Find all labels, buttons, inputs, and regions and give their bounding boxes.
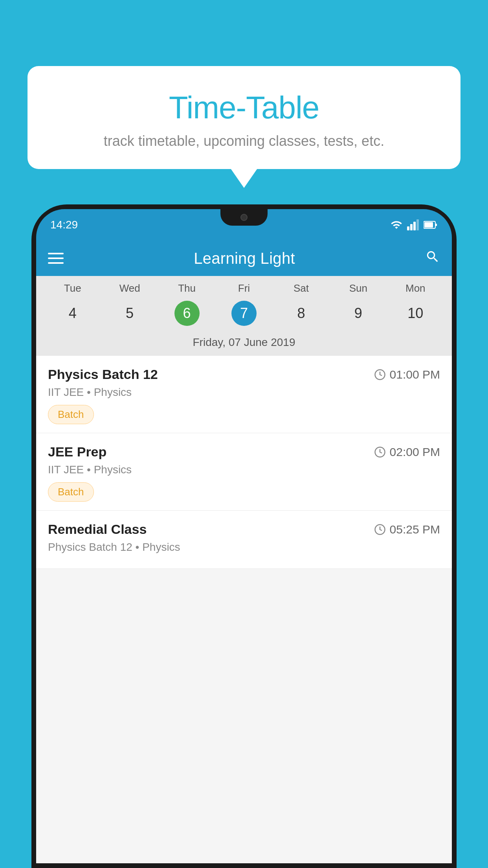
tooltip-subtitle: track timetable, upcoming classes, tests…	[47, 133, 441, 149]
status-time: 14:29	[50, 219, 78, 231]
date-4[interactable]: 4	[44, 301, 101, 326]
tooltip-card: Time-Table track timetable, upcoming cla…	[28, 66, 460, 169]
day-fri: Fri	[215, 282, 272, 294]
wifi-icon	[391, 219, 402, 231]
day-wed: Wed	[101, 282, 158, 294]
class-subject-2: IIT JEE • Physics	[48, 463, 440, 476]
calendar-strip: Tue Wed Thu Fri Sat Sun Mon 4 5 6 7	[36, 276, 452, 356]
class-time-3: 05:25 PM	[374, 523, 440, 536]
class-time-value-1: 01:00 PM	[390, 368, 440, 381]
app-title: Learning Light	[194, 250, 295, 267]
day-sat: Sat	[273, 282, 330, 294]
status-icons	[391, 219, 438, 231]
signal-icon	[407, 219, 419, 230]
date-7-selected[interactable]: 7	[215, 301, 272, 326]
svg-rect-0	[407, 226, 409, 230]
class-list: Physics Batch 12 01:00 PM IIT JEE • Phys…	[36, 356, 452, 569]
class-item-1-header: Physics Batch 12 01:00 PM	[48, 367, 440, 382]
days-row: Tue Wed Thu Fri Sat Sun Mon	[44, 276, 444, 298]
class-subject-1: IIT JEE • Physics	[48, 386, 440, 399]
class-item-physics-batch-12[interactable]: Physics Batch 12 01:00 PM IIT JEE • Phys…	[36, 356, 452, 433]
svg-rect-2	[413, 222, 416, 230]
date-5[interactable]: 5	[101, 301, 158, 326]
class-subject-3: Physics Batch 12 • Physics	[48, 541, 440, 554]
day-thu: Thu	[158, 282, 215, 294]
date-8[interactable]: 8	[273, 301, 330, 326]
phone-frame: 14:29	[31, 204, 457, 868]
date-10[interactable]: 10	[387, 301, 444, 326]
class-time-1: 01:00 PM	[374, 368, 440, 381]
class-item-remedial[interactable]: Remedial Class 05:25 PM Physics Batch 12…	[36, 511, 452, 569]
search-button[interactable]	[425, 249, 440, 268]
svg-rect-3	[416, 219, 419, 230]
class-item-jee-prep[interactable]: JEE Prep 02:00 PM IIT JEE • Physics Batc…	[36, 433, 452, 511]
camera-notch	[240, 214, 248, 221]
dates-row: 4 5 6 7 8 9 10	[44, 298, 444, 332]
selected-date-label: Friday, 07 June 2019	[44, 332, 444, 356]
day-sun: Sun	[330, 282, 387, 294]
battery-icon	[424, 220, 438, 230]
tooltip-title: Time-Table	[47, 90, 441, 126]
hamburger-menu-button[interactable]	[48, 253, 64, 264]
day-mon: Mon	[387, 282, 444, 294]
class-time-2: 02:00 PM	[374, 445, 440, 459]
date-6-today[interactable]: 6	[158, 301, 215, 326]
batch-badge-2: Batch	[48, 482, 94, 502]
class-name-2: JEE Prep	[48, 444, 106, 460]
class-time-value-3: 05:25 PM	[390, 523, 440, 536]
batch-badge-1: Batch	[48, 405, 94, 424]
clock-icon-1	[374, 369, 386, 381]
svg-rect-6	[435, 224, 437, 226]
app-screen: Learning Light Tue Wed Thu Fri Sat Sun M…	[36, 241, 452, 863]
clock-icon-3	[374, 524, 386, 535]
phone-notch	[220, 209, 268, 226]
svg-rect-1	[410, 224, 413, 230]
day-tue: Tue	[44, 282, 101, 294]
status-bar: 14:29	[36, 209, 452, 241]
class-name-1: Physics Batch 12	[48, 367, 158, 382]
class-name-3: Remedial Class	[48, 522, 147, 537]
class-item-3-header: Remedial Class 05:25 PM	[48, 522, 440, 537]
class-time-value-2: 02:00 PM	[390, 445, 440, 459]
svg-rect-5	[424, 222, 433, 228]
class-item-2-header: JEE Prep 02:00 PM	[48, 444, 440, 460]
app-header: Learning Light	[36, 241, 452, 276]
clock-icon-2	[374, 446, 386, 458]
date-9[interactable]: 9	[330, 301, 387, 326]
